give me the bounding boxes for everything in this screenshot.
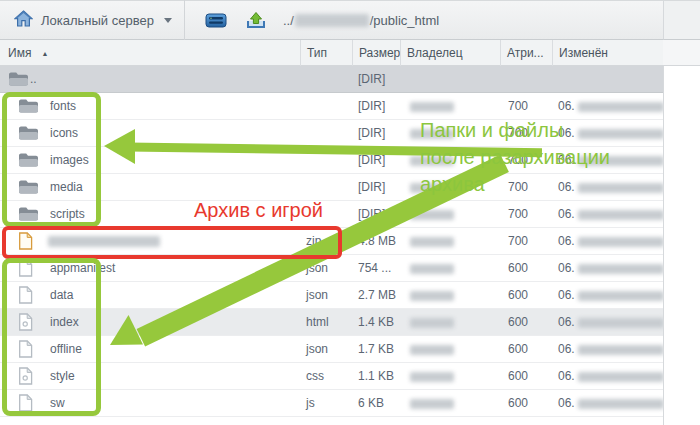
file-name: media: [50, 174, 83, 201]
current-path[interactable]: ..//public_html: [283, 13, 439, 28]
redacted-date: [578, 318, 664, 328]
table-row[interactable]: zip4.8 MB70006.: [0, 228, 663, 255]
column-header-type[interactable]: Тип: [300, 40, 352, 66]
file-size: 4.8 MB: [358, 228, 396, 255]
file-name: index: [50, 309, 79, 336]
file-name: ..: [30, 66, 37, 93]
file-name: offline: [50, 336, 82, 363]
redacted-owner: [410, 183, 454, 193]
file-type: js: [306, 390, 315, 417]
redacted-date: [578, 264, 664, 274]
path-prefix: ../: [283, 13, 294, 28]
folder-icon: [18, 153, 39, 168]
file-code-icon: [18, 367, 33, 385]
file-type: json: [306, 336, 328, 363]
zip-file-icon: [18, 232, 33, 250]
table-row[interactable]: swjs6 KB60006.: [0, 390, 663, 417]
file-list: ..[DIR]fonts[DIR]70006.icons[DIR]70006.i…: [0, 66, 663, 417]
file-size: 1.4 KB: [358, 309, 394, 336]
redacted-date: [578, 291, 664, 301]
file-attributes: 600: [498, 363, 528, 390]
redacted-date: [578, 345, 664, 355]
redacted-owner: [410, 345, 454, 355]
file-type: json: [306, 255, 328, 282]
server-icon[interactable]: [199, 6, 233, 34]
column-header-modified[interactable]: Изменён: [552, 40, 663, 66]
table-row[interactable]: stylecss1.1 KB60006.: [0, 363, 663, 390]
file-modified: 06.: [558, 282, 664, 309]
file-icon: [18, 259, 33, 277]
file-attributes: 600: [498, 336, 528, 363]
file-name: appmanifest: [50, 255, 115, 282]
file-modified: 06.: [558, 201, 664, 228]
folder-icon: [18, 126, 39, 141]
column-header-attributes[interactable]: Атри...: [500, 40, 552, 66]
file-attributes: 600: [498, 309, 528, 336]
file-type: json: [306, 282, 328, 309]
file-name: images: [50, 147, 89, 174]
file-modified: 06.: [558, 309, 664, 336]
redacted-date: [578, 183, 664, 193]
table-row[interactable]: scripts[DIR]70006.: [0, 201, 663, 228]
table-row[interactable]: indexhtml1.4 KB60006.: [0, 309, 663, 336]
server-selector-button[interactable]: Локальный сервер: [0, 1, 184, 39]
file-modified: 06.: [558, 336, 664, 363]
redacted-date: [578, 210, 664, 220]
file-type: zip: [306, 228, 321, 255]
file-size: 1.7 KB: [358, 336, 394, 363]
redacted-owner: [410, 318, 454, 328]
file-name: sw: [50, 390, 65, 417]
redacted-owner: [410, 399, 454, 409]
redacted-owner: [410, 264, 454, 274]
file-name: fonts: [50, 93, 76, 120]
file-modified: 06.: [558, 390, 664, 417]
table-row[interactable]: ..[DIR]: [0, 66, 663, 93]
file-size: 6 KB: [358, 390, 384, 417]
file-type: html: [306, 309, 329, 336]
file-name: data: [50, 282, 73, 309]
file-size: 2.7 MB: [358, 282, 396, 309]
redacted-date: [578, 156, 664, 166]
file-attributes: 700: [498, 174, 528, 201]
file-attributes: 700: [498, 93, 528, 120]
server-selector-label: Локальный сервер: [41, 13, 154, 28]
file-size: [DIR]: [358, 66, 385, 93]
table-row[interactable]: media[DIR]70006.: [0, 174, 663, 201]
upload-icon[interactable]: [239, 6, 273, 34]
table-header: Имя▲ Тип Размер Владелец Атри... Изменён: [0, 40, 663, 66]
folder-icon: [18, 207, 39, 222]
redacted-file-name: [48, 236, 160, 247]
file-name: style: [50, 363, 75, 390]
file-size: 754 ...: [358, 255, 391, 282]
table-row[interactable]: images[DIR]70006.: [0, 147, 663, 174]
file-size: [DIR]: [358, 201, 385, 228]
column-header-size[interactable]: Размер: [352, 40, 400, 66]
file-modified: 06.: [558, 120, 664, 147]
file-code-icon: [18, 313, 33, 331]
file-size: 1.1 KB: [358, 363, 394, 390]
header-right-spacer: [663, 40, 700, 66]
home-icon: [14, 10, 33, 31]
redacted-date: [578, 129, 664, 139]
file-modified: 06.: [558, 255, 664, 282]
redacted-owner: [410, 129, 454, 139]
redacted-owner: [410, 237, 454, 247]
file-size: [DIR]: [358, 93, 385, 120]
table-row[interactable]: icons[DIR]70006.: [0, 120, 663, 147]
file-name: scripts: [50, 201, 85, 228]
toolbar-right-spacer: [663, 0, 700, 40]
table-row[interactable]: offlinejson1.7 KB60006.: [0, 336, 663, 363]
chevron-down-icon: [164, 18, 172, 23]
file-attributes: 700: [498, 120, 528, 147]
column-header-owner[interactable]: Владелец: [400, 40, 500, 66]
table-row[interactable]: appmanifestjson754 ...60006.: [0, 255, 663, 282]
redacted-path-segment: [295, 14, 369, 27]
redacted-date: [578, 102, 664, 112]
redacted-owner: [410, 102, 454, 112]
file-name: icons: [50, 120, 78, 147]
table-row[interactable]: fonts[DIR]70006.: [0, 93, 663, 120]
redacted-owner: [410, 156, 454, 166]
redacted-date: [578, 372, 664, 382]
column-header-name[interactable]: Имя▲: [0, 40, 300, 66]
table-row[interactable]: datajson2.7 MB60006.: [0, 282, 663, 309]
